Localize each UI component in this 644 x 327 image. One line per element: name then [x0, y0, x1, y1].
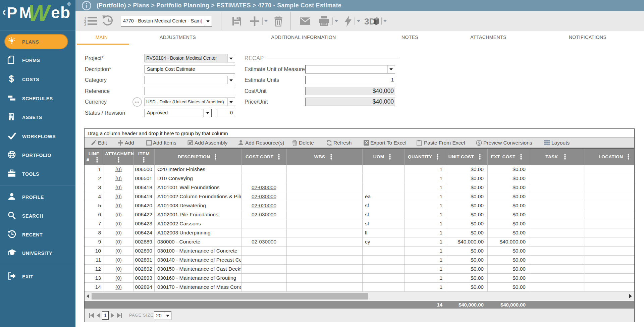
svg-text:X: X — [365, 140, 368, 145]
svg-text:$: $ — [478, 141, 480, 146]
svg-text:W: W — [28, 1, 52, 25]
svg-text:$: $ — [9, 74, 14, 84]
svg-text:‹: ‹ — [3, 5, 6, 19]
svg-text:®: ® — [67, 2, 71, 7]
svg-text:3: 3 — [84, 23, 86, 27]
svg-text:3D: 3D — [364, 16, 375, 26]
